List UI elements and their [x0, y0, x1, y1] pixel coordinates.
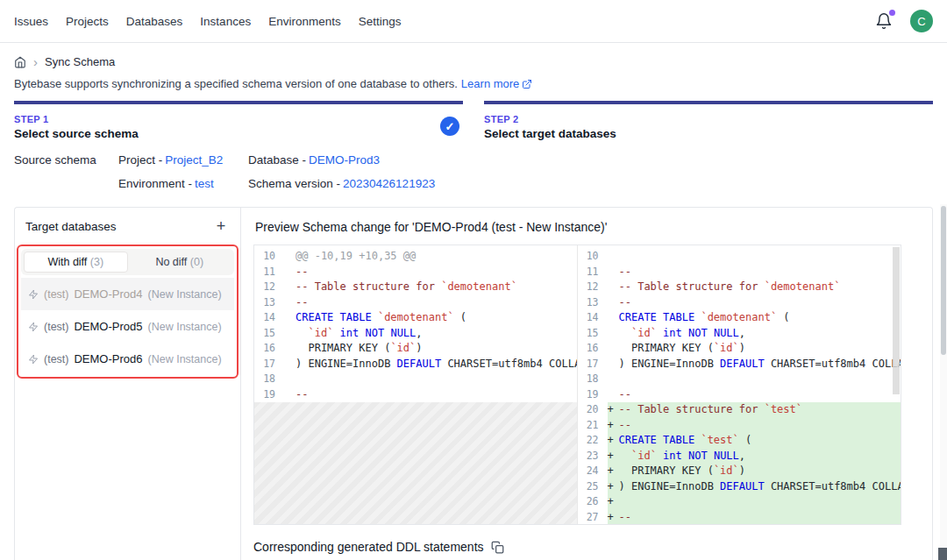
target-selection-highlight: With diff (3)No diff (0) (test)DEMO-Prod… [17, 245, 239, 379]
nav-item-environments[interactable]: Environments [268, 15, 341, 28]
diff-prefix: + [608, 402, 619, 418]
main-card: Target databases + With diff (3)No diff … [14, 207, 933, 560]
diff-line-17: 17) ENGINE=InnoDB DEFAULT CHARSET=utf8mb… [254, 357, 577, 372]
diff-line-10: 10@@ -10,19 +10,35 @@ [254, 249, 577, 265]
diff-prefix [608, 357, 619, 372]
diff-prefix [284, 280, 295, 295]
diff-line-27: 27+-- [578, 510, 901, 525]
page-scrollbar-thumb[interactable] [941, 206, 946, 355]
line-number: 10 [578, 249, 608, 265]
diff-line-17: 17) ENGINE=InnoDB DEFAULT CHARSET=utf8mb… [578, 357, 901, 372]
line-number: 24 [578, 464, 608, 479]
code-text: -- [619, 418, 901, 434]
code-text: -- Table structure for `test` [619, 402, 901, 418]
diff-prefix [284, 310, 295, 326]
db-name: DEMO-Prod4 [74, 287, 142, 301]
tab-with-diff[interactable]: With diff (3) [24, 252, 128, 273]
nav-item-issues[interactable]: Issues [14, 15, 48, 28]
diff-prefix [608, 280, 619, 295]
step-2-bar [484, 101, 933, 104]
code-text: CREATE TABLE `test` ( [619, 433, 901, 449]
nav-item-projects[interactable]: Projects [66, 15, 109, 28]
copy-icon[interactable] [491, 541, 504, 554]
diff-prefix [608, 295, 619, 311]
diff-line-13: 13-- [254, 295, 577, 311]
learn-more-link[interactable]: Learn more [461, 77, 532, 90]
project-link[interactable]: Project_B2 [165, 153, 223, 167]
code-text [619, 494, 901, 510]
diff-hidden-region [254, 402, 577, 524]
diff-prefix: + [608, 479, 619, 495]
target-database-demo-prod4[interactable]: (test)DEMO-Prod4 (New Instance) [21, 278, 234, 310]
schema-version-link[interactable]: 20230426121923 [343, 177, 435, 190]
source-schema-section: Source schema Project -Project_B2 Databa… [0, 140, 947, 190]
db-note: (New Instance) [148, 288, 222, 301]
code-text: `id` int NOT NULL, [295, 326, 577, 342]
step-2-title: Select target databases [484, 127, 933, 140]
page-scrollbar[interactable] [940, 204, 947, 560]
diff-scrollbar-thumb[interactable] [893, 247, 900, 394]
nav-items: IssuesProjectsDatabasesInstancesEnvironm… [14, 15, 401, 28]
database-label: Database - [248, 153, 306, 167]
environment-label: Environment - [118, 177, 192, 190]
line-number: 18 [578, 372, 608, 387]
instance-icon [28, 354, 39, 365]
home-icon[interactable] [14, 56, 26, 68]
nav-item-settings[interactable]: Settings [359, 15, 402, 28]
line-number: 27 [578, 510, 608, 525]
target-database-demo-prod5[interactable]: (test)DEMO-Prod5 (New Instance) [21, 310, 234, 343]
code-text: -- [619, 387, 901, 403]
diff-prefix [608, 249, 619, 265]
diff-line-12: 12-- Table structure for `demotenant` [578, 280, 901, 295]
instance-icon [28, 289, 39, 300]
avatar[interactable]: C [910, 10, 933, 32]
diff-prefix [284, 357, 295, 372]
diff-line-24: 24+ PRIMARY KEY (`id`) [578, 464, 901, 479]
tab-no-diff[interactable]: No diff (0) [128, 252, 232, 273]
target-databases-title: Target databases [25, 220, 117, 233]
nav-item-databases[interactable]: Databases [126, 15, 183, 28]
step-1: STEP 1 Select source schema [14, 101, 463, 140]
code-text: -- [619, 265, 901, 280]
top-navigation: IssuesProjectsDatabasesInstancesEnvironm… [0, 0, 947, 43]
diff-line-20: 20+-- Table structure for `test` [578, 402, 901, 418]
diff-prefix [284, 295, 295, 311]
notifications-button[interactable] [875, 11, 894, 31]
code-text: CREATE TABLE `demotenant` ( [295, 310, 577, 326]
tab-label: With diff [47, 256, 89, 268]
tab-count: (0) [190, 256, 203, 268]
target-databases-header: Target databases + [15, 208, 240, 241]
diff-prefix [608, 326, 619, 342]
source-database-field: Database -DEMO-Prod3 [248, 153, 933, 167]
line-number: 21 [578, 418, 608, 434]
code-text: `id` int NOT NULL, [619, 326, 901, 342]
diff-pane-left: 10@@ -10,19 +10,35 @@11--12-- Table stru… [254, 245, 578, 524]
db-note: (New Instance) [148, 353, 222, 365]
add-target-database-button[interactable]: + [212, 217, 230, 235]
db-environment-label: (test) [44, 288, 68, 301]
line-number: 13 [578, 295, 608, 311]
diff-line-22: 22+CREATE TABLE `test` ( [578, 433, 901, 449]
schema-version-label: Schema version - [248, 177, 340, 190]
preview-panel: Preview Schema change for 'DEMO-Prod4 (t… [241, 208, 932, 560]
code-text: -- [619, 510, 901, 525]
step-1-label: STEP 1 [14, 114, 463, 124]
diff-prefix: + [608, 510, 619, 525]
code-text [619, 249, 901, 265]
line-number: 26 [578, 494, 608, 510]
line-number: 15 [254, 326, 284, 342]
environment-link[interactable]: test [195, 177, 214, 190]
target-database-demo-prod6[interactable]: (test)DEMO-Prod6 (New Instance) [21, 343, 234, 375]
db-note: (New Instance) [148, 321, 222, 333]
database-link[interactable]: DEMO-Prod3 [309, 153, 380, 167]
line-number: 22 [578, 433, 608, 449]
line-number: 25 [578, 479, 608, 495]
tab-label: No diff [155, 256, 189, 268]
nav-item-instances[interactable]: Instances [200, 15, 251, 28]
diff-line-15: 15 `id` int NOT NULL, [254, 326, 577, 342]
code-text: ) ENGINE=InnoDB DEFAULT CHARSET=utf8mb4 … [619, 479, 901, 495]
code-text: PRIMARY KEY (`id`) [295, 341, 577, 357]
line-number: 12 [578, 280, 608, 295]
diff-line-18: 18 [254, 372, 577, 387]
code-text: CREATE TABLE `demotenant` ( [619, 310, 901, 326]
